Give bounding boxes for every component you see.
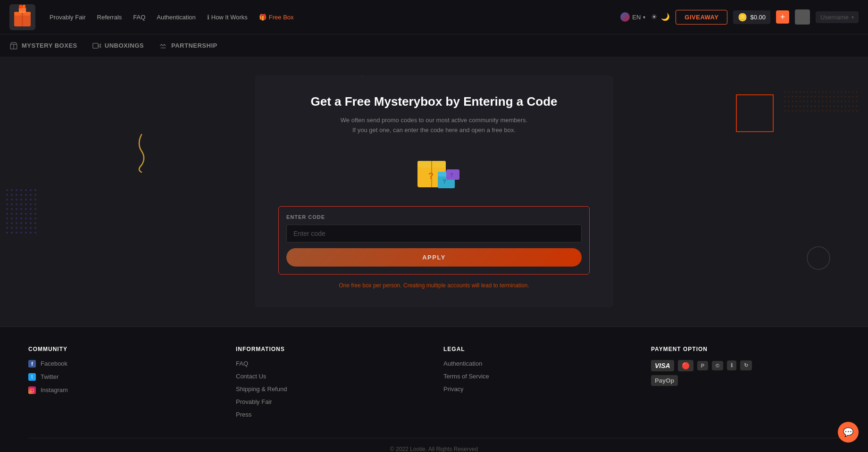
svg-point-134 [16,203,17,205]
svg-point-60 [818,101,820,102]
code-input[interactable] [286,225,582,243]
svg-point-24 [834,92,835,93]
svg-point-117 [34,189,36,191]
footer: COMMUNITY f Facebook t Twitter ◻ Instagr… [0,326,868,452]
svg-point-97 [807,110,809,112]
mystery-box-illustration: ? ? ? [410,150,458,192]
svg-point-98 [811,110,812,112]
theme-toggle[interactable]: ☀ 🌙 [651,13,670,21]
nav-free-box[interactable]: 🎁 Free Box [259,14,294,21]
add-funds-button[interactable]: + [776,10,789,24]
svg-point-26 [841,92,843,93]
svg-point-140 [11,208,13,210]
svg-point-70 [856,101,858,102]
footer-contact[interactable]: Contact Us [236,373,425,380]
user-avatar[interactable] [795,9,810,25]
logo[interactable] [9,4,35,30]
svg-point-88 [849,106,850,107]
nav-unboxings[interactable]: UNBOXINGS [92,42,144,50]
svg-point-36 [803,96,805,98]
svg-point-54 [796,101,797,102]
svg-point-30 [856,92,858,93]
svg-point-68 [849,101,850,102]
svg-point-29 [852,92,854,93]
svg-point-63 [830,101,831,102]
svg-point-27 [845,92,846,93]
svg-point-118 [6,194,8,196]
nav-mystery-boxes[interactable]: MYSTERY BOXES [9,42,77,50]
footer-informations: INFORMATIONS FAQ Contact Us Shipping & R… [236,346,425,424]
footer-provably-fair[interactable]: Provably Fair [236,398,425,405]
nav-faq[interactable]: FAQ [133,14,145,21]
warning-text: One free box per person. Creating multip… [278,282,590,289]
svg-point-125 [6,199,8,201]
chevron-down-icon: ▾ [643,15,645,20]
svg-point-20 [818,92,820,93]
svg-point-69 [852,101,854,102]
footer-auth[interactable]: Authentication [443,360,632,367]
svg-point-82 [826,106,827,107]
svg-point-124 [34,194,36,196]
svg-point-83 [830,106,831,107]
nav-authentication[interactable]: Authentication [157,14,195,21]
svg-point-160 [6,222,8,224]
svg-point-115 [25,189,27,191]
payment-icons: VISA 🔴 P © ℹ ↻ [651,360,840,371]
svg-point-33 [792,96,793,98]
svg-point-121 [20,194,22,196]
svg-point-73 [792,106,793,107]
footer-press[interactable]: Press [236,411,425,418]
svg-point-104 [834,110,835,112]
svg-point-135 [20,203,22,205]
deco-rect-outline [736,94,774,132]
nav-partnership[interactable]: PARTNERSHIP [159,42,217,50]
svg-point-72 [788,106,790,107]
moon-icon[interactable]: 🌙 [661,13,670,21]
footer-faq[interactable]: FAQ [236,360,425,367]
svg-point-74 [796,106,797,107]
svg-point-165 [30,222,32,224]
svg-point-45 [837,96,839,98]
handshake-icon [159,42,167,50]
footer-instagram[interactable]: ◻ Instagram [28,386,217,394]
footer-twitter[interactable]: t Twitter [28,373,217,381]
apply-button[interactable]: APPLY [286,248,582,267]
svg-point-34 [796,96,797,98]
navbar: Provably Fair Referrals FAQ Authenticati… [0,0,868,34]
sun-icon[interactable]: ☀ [651,13,657,21]
info-icon: ℹ [207,14,209,21]
footer-tos[interactable]: Terms of Service [443,373,632,380]
nav-how-it-works[interactable]: ℹ How It Works [207,14,248,21]
giveaway-button[interactable]: GIVEAWAY [676,10,727,25]
language-selector[interactable]: EN ▾ [620,12,645,22]
footer-shipping[interactable]: Shipping & Refund [236,385,425,393]
footer-grid: COMMUNITY f Facebook t Twitter ◻ Instagr… [28,346,840,424]
nav-referrals[interactable]: Referrals [97,14,122,21]
svg-point-41 [822,96,824,98]
svg-point-43 [830,96,831,98]
footer-privacy[interactable]: Privacy [443,385,632,393]
svg-point-47 [845,96,846,98]
svg-point-136 [25,203,27,205]
svg-point-100 [818,110,820,112]
svg-point-17 [807,92,809,93]
svg-point-96 [803,110,805,112]
footer-community: COMMUNITY f Facebook t Twitter ◻ Instagr… [28,346,217,424]
svg-point-177 [20,232,22,234]
svg-point-92 [788,110,790,112]
mc-badge: 🔴 [678,360,693,371]
svg-point-16 [803,92,805,93]
svg-point-77 [807,106,809,107]
svg-point-110 [856,110,858,112]
svg-point-163 [20,222,22,224]
footer-facebook[interactable]: f Facebook [28,360,217,368]
username-display[interactable]: Username ▾ [816,11,859,23]
svg-point-116 [30,189,32,191]
freebox-card: Get a Free Mysterybox by Entering a Code… [255,75,613,308]
svg-point-103 [830,110,831,112]
chat-button[interactable]: 💬 [838,422,859,443]
svg-point-91 [785,110,786,112]
svg-point-93 [792,110,793,112]
svg-point-65 [837,101,839,102]
nav-provably-fair[interactable]: Provably Fair [50,14,86,21]
